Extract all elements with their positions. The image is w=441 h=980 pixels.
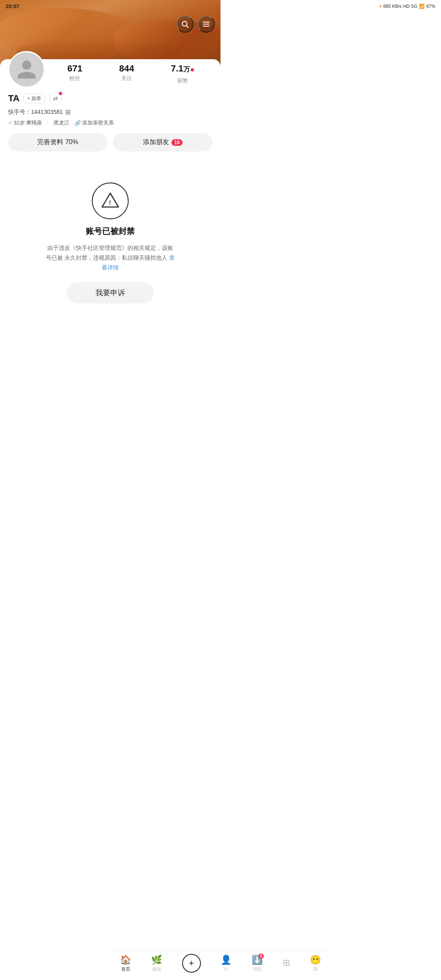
transfer-button[interactable]: ⇄	[49, 92, 62, 105]
divider: ·	[47, 120, 49, 126]
svg-text:!: !	[109, 199, 111, 206]
banned-section: ! 账号已被封禁 由于违反《快手社区管理规范》的相关规定，该账号已被 永久封禁，…	[0, 158, 220, 320]
info-tags: ♂ 32岁·摩羯座 · 黑龙江 🔗 添加亲密关系	[8, 119, 212, 127]
banned-description: 由于违反《快手社区管理规范》的相关规定，该账号已被 永久封禁，违规原因：私信聊天…	[45, 243, 176, 272]
svg-line-1	[187, 26, 189, 28]
stats-row: 671 粉丝 844 关注 7.1万 获赞	[45, 63, 212, 88]
transfer-notification-dot	[59, 92, 62, 95]
complete-profile-button[interactable]: 完善资料 70%	[8, 133, 107, 151]
likes-stat[interactable]: 7.1万 获赞	[171, 63, 194, 85]
kuaishou-id: 快手号：1441303581	[8, 109, 63, 116]
status-bar: 20:07 ♥ 685 KB/s HD 5G 📶 67%	[0, 0, 220, 12]
badge-button[interactable]: + 勋章	[23, 94, 46, 104]
friend-request-count: 10	[172, 139, 183, 146]
add-friend-button[interactable]: 添加朋友 10	[113, 133, 212, 151]
followers-stat[interactable]: 671 粉丝	[67, 63, 82, 85]
complete-profile-label: 完善资料 70%	[37, 138, 78, 147]
action-buttons: 完善资料 70% 添加朋友 10	[8, 133, 212, 151]
following-label: 关注	[121, 75, 132, 82]
avatar-stats-row: 671 粉丝 844 关注 7.1万 获赞	[8, 59, 212, 88]
region-tag: 黑龙江	[53, 119, 69, 127]
user-name: TA	[8, 93, 20, 104]
menu-button[interactable]	[198, 16, 215, 33]
appeal-button[interactable]: 我要申诉	[67, 282, 154, 303]
following-count: 844	[119, 63, 134, 74]
avatar[interactable]	[8, 51, 45, 88]
followers-count: 671	[67, 63, 82, 74]
name-row: TA + 勋章 ⇄	[8, 92, 212, 105]
gender-age-tag: ♂ 32岁·摩羯座	[8, 119, 42, 127]
add-friend-label: 添加朋友	[143, 138, 169, 147]
qr-icon[interactable]: ⊞	[65, 108, 71, 116]
status-time: 20:07	[6, 3, 19, 9]
likes-label: 获赞	[177, 77, 188, 85]
warning-circle: !	[92, 183, 129, 219]
avatar-placeholder	[9, 52, 44, 87]
banned-desc-line2: 永久封禁，违规原因：私信聊天骚扰他人	[65, 254, 167, 261]
followers-label: 粉丝	[69, 75, 80, 82]
relationship-tag[interactable]: 🔗 添加亲密关系	[74, 119, 114, 127]
warning-triangle-icon: !	[101, 192, 119, 210]
following-stat[interactable]: 844 关注	[119, 63, 134, 85]
main-content: ! 账号已被封禁 由于违反《快手社区管理规范》的相关规定，该账号已被 永久封禁，…	[0, 158, 220, 356]
profile-card: 671 粉丝 844 关注 7.1万 获赞 TA + 勋章 ⇄ 快	[0, 59, 220, 158]
search-button[interactable]	[176, 16, 194, 33]
likes-count: 7.1万	[171, 63, 194, 76]
id-row: 快手号：1441303581 ⊞	[8, 108, 212, 116]
transfer-icon: ⇄	[53, 95, 58, 102]
heart-link-icon: 🔗	[74, 120, 81, 126]
banned-title: 账号已被封禁	[86, 226, 135, 237]
badge-label: + 勋章	[27, 95, 41, 102]
header-icons	[176, 16, 215, 33]
